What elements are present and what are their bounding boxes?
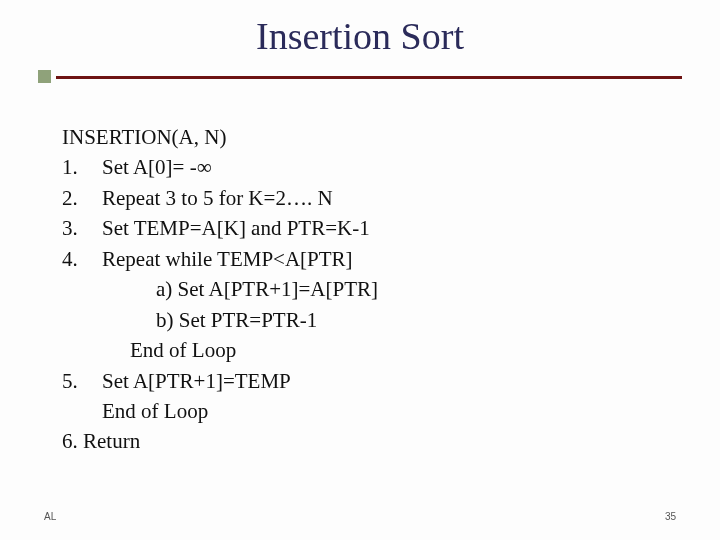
algo-step: 2. Repeat 3 to 5 for K=2…. N <box>62 183 720 213</box>
step-text: Repeat while TEMP<A[PTR] <box>102 244 353 274</box>
horizontal-rule <box>56 76 682 79</box>
step-number: 1. <box>62 152 102 182</box>
algo-step: 5. Set A[PTR+1]=TEMP <box>62 366 720 396</box>
step-text: Set A[PTR+1]=TEMP <box>102 366 291 396</box>
slide-title: Insertion Sort <box>0 0 720 66</box>
algo-substep: a) Set A[PTR+1]=A[PTR] <box>62 274 720 304</box>
step-number: 2. <box>62 183 102 213</box>
step-number: 5. <box>62 366 102 396</box>
decorative-square-icon <box>38 70 51 83</box>
algo-step: 6. Return <box>62 426 720 456</box>
algo-substep: b) Set PTR=PTR-1 <box>62 305 720 335</box>
step-text: Set A[0]= -∞ <box>102 152 212 182</box>
algo-step: 4. Repeat while TEMP<A[PTR] <box>62 244 720 274</box>
algo-end-loop: End of Loop <box>62 396 720 426</box>
slide-number: 35 <box>665 511 676 522</box>
algo-step: 3. Set TEMP=A[K] and PTR=K-1 <box>62 213 720 243</box>
algo-header: INSERTION(A, N) <box>62 122 720 152</box>
algo-step: 1. Set A[0]= -∞ <box>62 152 720 182</box>
title-rule <box>38 66 682 84</box>
algo-end-loop: End of Loop <box>62 335 720 365</box>
step-text: Repeat 3 to 5 for K=2…. N <box>102 183 333 213</box>
slide: Insertion Sort INSERTION(A, N) 1. Set A[… <box>0 0 720 540</box>
footer-left: AL <box>44 511 56 522</box>
algorithm-body: INSERTION(A, N) 1. Set A[0]= -∞ 2. Repea… <box>62 122 720 457</box>
step-text: Set TEMP=A[K] and PTR=K-1 <box>102 213 370 243</box>
step-number: 4. <box>62 244 102 274</box>
step-number: 3. <box>62 213 102 243</box>
